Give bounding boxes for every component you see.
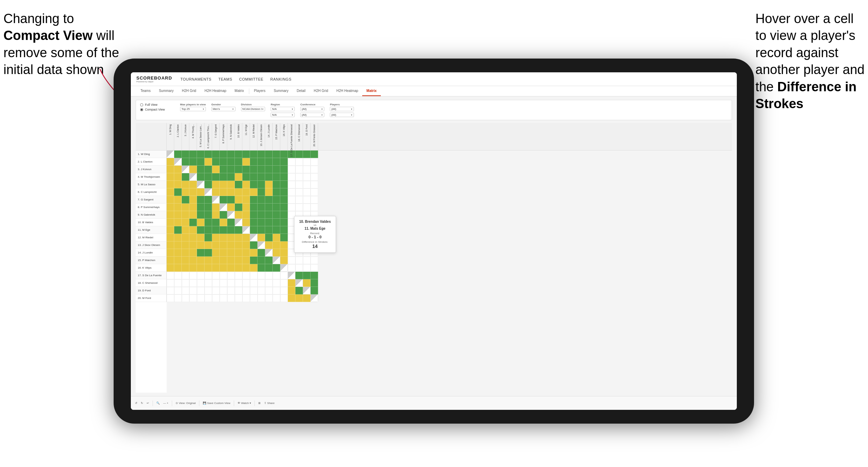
matrix-cell-17-14[interactable] xyxy=(273,279,280,287)
matrix-cell-4-17[interactable] xyxy=(295,181,303,188)
matrix-cell-17-7[interactable] xyxy=(220,279,227,287)
matrix-cell-15-7[interactable] xyxy=(220,264,227,272)
matrix-cell-18-12[interactable] xyxy=(258,287,265,294)
matrix-cell-8-9[interactable] xyxy=(235,211,242,219)
matrix-cell-14-10[interactable] xyxy=(242,257,250,264)
matrix-cell-19-11[interactable] xyxy=(250,294,258,302)
matrix-cell-11-5[interactable] xyxy=(205,234,212,241)
matrix-cell-16-17[interactable] xyxy=(295,272,303,279)
matrix-cell-4-15[interactable] xyxy=(280,181,288,188)
matrix-cell-4-9[interactable] xyxy=(235,181,242,188)
matrix-cell-18-5[interactable] xyxy=(205,287,212,294)
matrix-cell-1-1[interactable] xyxy=(174,158,182,166)
matrix-cell-3-8[interactable] xyxy=(227,173,235,181)
matrix-cell-4-7[interactable] xyxy=(220,181,227,188)
matrix-cell-13-1[interactable] xyxy=(174,249,182,257)
matrix-cell-7-2[interactable] xyxy=(182,204,189,211)
tab-h2h-heatmap2[interactable]: H2H Heatmap xyxy=(332,86,362,96)
matrix-cell-14-8[interactable] xyxy=(227,257,235,264)
matrix-cell-6-7[interactable] xyxy=(220,196,227,204)
matrix-cell-2-7[interactable] xyxy=(220,166,227,173)
matrix-cell-9-8[interactable] xyxy=(227,219,235,226)
matrix-cell-19-16[interactable] xyxy=(288,294,295,302)
matrix-cell-2-0[interactable] xyxy=(167,166,174,173)
matrix-cell-4-1[interactable] xyxy=(174,181,182,188)
matrix-cell-12-13[interactable] xyxy=(265,241,273,249)
matrix-cell-18-6[interactable] xyxy=(212,287,220,294)
matrix-cell-5-18[interactable] xyxy=(303,188,311,196)
matrix-cell-13-15[interactable] xyxy=(280,249,288,257)
matrix-cell-6-17[interactable] xyxy=(295,196,303,204)
matrix-cell-13-9[interactable] xyxy=(235,249,242,257)
matrix-cell-5-9[interactable] xyxy=(235,188,242,196)
matrix-cell-8-1[interactable] xyxy=(174,211,182,219)
matrix-cell-17-13[interactable] xyxy=(265,279,273,287)
matrix-cell-1-18[interactable] xyxy=(303,158,311,166)
matrix-cell-12-0[interactable] xyxy=(167,241,174,249)
tab-summary2[interactable]: Summary xyxy=(270,86,293,96)
matrix-cell-18-1[interactable] xyxy=(174,287,182,294)
toolbar-grid-btn[interactable]: ⊞ xyxy=(258,402,261,405)
tab-summary1[interactable]: Summary xyxy=(155,86,178,96)
matrix-cell-18-10[interactable] xyxy=(242,287,250,294)
matrix-cell-0-9[interactable] xyxy=(235,151,242,158)
matrix-cell-17-16[interactable] xyxy=(288,279,295,287)
matrix-cell-12-11[interactable] xyxy=(250,241,258,249)
matrix-cell-10-11[interactable] xyxy=(250,226,258,234)
matrix-cell-1-16[interactable] xyxy=(288,158,295,166)
toolbar-view-original[interactable]: ⊙ View: Original xyxy=(176,402,196,405)
matrix-cell-18-2[interactable] xyxy=(182,287,189,294)
matrix-cell-7-17[interactable] xyxy=(295,204,303,211)
matrix-cell-5-8[interactable] xyxy=(227,188,235,196)
matrix-cell-12-7[interactable] xyxy=(220,241,227,249)
matrix-cell-7-12[interactable] xyxy=(258,204,265,211)
tab-players[interactable]: Players xyxy=(250,86,270,96)
matrix-cell-14-16[interactable] xyxy=(288,257,295,264)
matrix-cell-5-6[interactable] xyxy=(212,188,220,196)
toolbar-zoom-out[interactable]: 🔍 xyxy=(156,402,160,405)
matrix-cell-15-15[interactable] xyxy=(280,264,288,272)
matrix-cell-1-7[interactable] xyxy=(220,158,227,166)
matrix-cell-0-10[interactable] xyxy=(242,151,250,158)
matrix-cell-3-19[interactable] xyxy=(311,173,318,181)
matrix-cell-9-9[interactable] xyxy=(235,219,242,226)
matrix-cell-2-3[interactable] xyxy=(189,166,197,173)
matrix-cell-15-2[interactable] xyxy=(182,264,189,272)
matrix-cell-3-2[interactable] xyxy=(182,173,189,181)
matrix-cell-17-3[interactable] xyxy=(189,279,197,287)
matrix-cell-16-9[interactable] xyxy=(235,272,242,279)
matrix-cell-15-5[interactable] xyxy=(205,264,212,272)
matrix-cell-16-2[interactable] xyxy=(182,272,189,279)
radio-compact-view[interactable]: Compact View xyxy=(140,108,175,111)
matrix-cell-19-0[interactable] xyxy=(167,294,174,302)
matrix-cell-18-18[interactable] xyxy=(303,287,311,294)
matrix-cell-16-11[interactable] xyxy=(250,272,258,279)
matrix-cell-5-19[interactable] xyxy=(311,188,318,196)
matrix-cell-18-16[interactable] xyxy=(288,287,295,294)
matrix-cell-4-0[interactable] xyxy=(167,181,174,188)
matrix-cell-12-14[interactable] xyxy=(273,241,280,249)
matrix-cell-9-6[interactable] xyxy=(212,219,220,226)
matrix-cell-19-9[interactable] xyxy=(235,294,242,302)
matrix-cell-15-12[interactable] xyxy=(258,264,265,272)
matrix-cell-0-3[interactable] xyxy=(189,151,197,158)
matrix-cell-17-5[interactable] xyxy=(205,279,212,287)
matrix-cell-1-5[interactable] xyxy=(205,158,212,166)
matrix-cell-5-17[interactable] xyxy=(295,188,303,196)
matrix-cell-14-13[interactable] xyxy=(265,257,273,264)
matrix-cell-4-13[interactable] xyxy=(265,181,273,188)
matrix-cell-17-11[interactable] xyxy=(250,279,258,287)
matrix-cell-10-2[interactable] xyxy=(182,226,189,234)
matrix-cell-4-19[interactable] xyxy=(311,181,318,188)
matrix-cell-8-11[interactable] xyxy=(250,211,258,219)
matrix-cell-18-17[interactable] xyxy=(295,287,303,294)
matrix-cell-5-15[interactable] xyxy=(280,188,288,196)
matrix-cell-13-4[interactable] xyxy=(197,249,205,257)
matrix-cell-6-15[interactable] xyxy=(280,196,288,204)
matrix-cell-18-0[interactable] xyxy=(167,287,174,294)
filter-conference-select1[interactable]: (All) ▼ xyxy=(300,107,324,111)
matrix-cell-3-18[interactable] xyxy=(303,173,311,181)
matrix-cell-12-6[interactable] xyxy=(212,241,220,249)
matrix-cell-14-1[interactable] xyxy=(174,257,182,264)
matrix-cell-14-7[interactable] xyxy=(220,257,227,264)
